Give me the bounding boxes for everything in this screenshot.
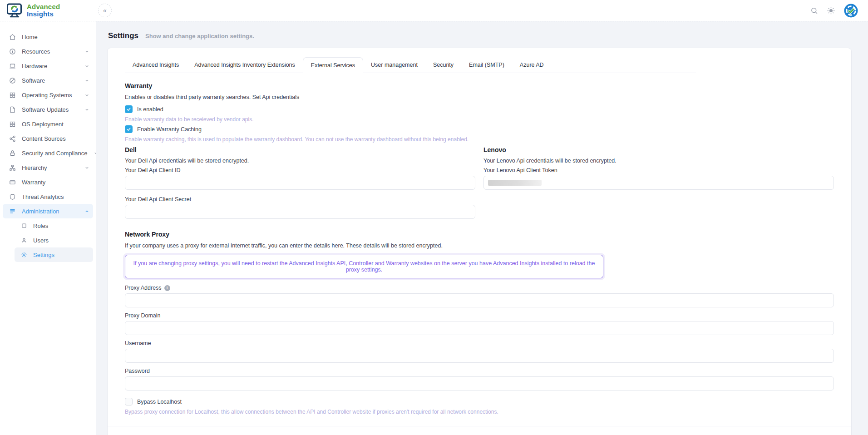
footer-divider	[108, 426, 851, 426]
dell-client-secret-input[interactable]	[125, 205, 475, 219]
page-title: Settings	[108, 31, 138, 40]
theme-sun-icon[interactable]	[827, 7, 835, 15]
sidebar-item-threat-analytics[interactable]: Threat Analytics	[3, 189, 93, 204]
dell-section: Dell Your Dell Api credentials will be s…	[125, 146, 475, 219]
monitor-logo-icon	[6, 3, 23, 18]
info-icon[interactable]: i	[164, 285, 170, 291]
justify-lines-icon	[9, 208, 16, 215]
sidebar-item-resources[interactable]: Resources	[3, 44, 93, 59]
network-proxy-description: If your company uses a proxy for externa…	[125, 242, 834, 249]
search-icon[interactable]	[810, 7, 818, 15]
chevron-down-icon	[84, 78, 89, 83]
sidebar: Home Resources Hardware Software Operati…	[0, 21, 96, 435]
app-header: Advanced Insights «	[0, 0, 868, 21]
settings-card: Advanced Insights Advanced Insights Inve…	[107, 48, 852, 435]
user-avatar[interactable]	[844, 4, 858, 18]
proxy-restart-alert: If you are changing proxy settings, you …	[125, 255, 603, 278]
sidebar-item-administration[interactable]: Administration	[3, 204, 93, 218]
warranty-caching-checkbox[interactable]	[125, 125, 133, 133]
sidebar-item-home[interactable]: Home	[3, 30, 93, 44]
settings-tabs: Advanced Insights Advanced Insights Inve…	[125, 57, 696, 73]
chevron-down-icon	[84, 93, 89, 98]
is-enabled-label: Is enabled	[137, 106, 163, 113]
sidebar-item-operating-systems[interactable]: Operating Systems	[3, 88, 93, 102]
sidebar-item-label: Settings	[33, 252, 54, 258]
app-logo[interactable]: Advanced Insights	[0, 3, 96, 18]
lenovo-token-label: Your Lenovo Api Client Token	[483, 167, 834, 173]
box-icon	[21, 222, 27, 229]
sidebar-item-label: Content Sources	[22, 135, 66, 142]
sidebar-item-hardware[interactable]: Hardware	[3, 59, 93, 73]
sidebar-item-label: Security and Compliance	[22, 150, 88, 157]
bypass-localhost-help: Bypass proxy connection for Localhost, t…	[125, 409, 834, 415]
bypass-localhost-checkbox[interactable]	[125, 398, 133, 405]
network-proxy-title: Network Proxy	[125, 231, 834, 238]
sidebar-item-label: Software	[22, 77, 45, 84]
sidebar-item-roles[interactable]: Roles	[15, 218, 93, 233]
chevron-down-icon	[84, 64, 89, 69]
is-enabled-checkbox-row[interactable]: Is enabled	[125, 105, 834, 113]
lenovo-description: Your Lenovo Api credentials will be stor…	[483, 158, 834, 164]
sidebar-item-label: Hierarchy	[22, 164, 47, 171]
dell-section-title: Dell	[125, 146, 475, 153]
warranty-section-title: Warranty	[125, 82, 834, 89]
redacted-token-value	[488, 180, 542, 186]
sidebar-item-software-updates[interactable]: Software Updates	[3, 102, 93, 117]
main-content: Settings Show and change application set…	[96, 21, 868, 435]
sidebar-item-label: Administration	[22, 208, 59, 215]
gear-icon	[21, 252, 27, 258]
sidebar-item-label: Warranty	[22, 179, 45, 186]
sidebar-item-warranty[interactable]: Warranty	[3, 175, 93, 189]
dell-description: Your Dell Api credentials will be stored…	[125, 158, 475, 164]
sidebar-item-content-sources[interactable]: Content Sources	[3, 131, 93, 146]
network-proxy-section: Network Proxy If your company uses a pro…	[125, 231, 834, 415]
proxy-username-input[interactable]	[125, 349, 834, 363]
chevron-down-icon	[84, 49, 89, 54]
sidebar-item-label: Roles	[33, 222, 48, 229]
dell-client-id-label: Your Dell Api Client ID	[125, 167, 475, 173]
laptop-icon	[9, 63, 16, 69]
sidebar-item-hierarchy[interactable]: Hierarchy	[3, 160, 93, 175]
sidebar-collapse-button[interactable]: «	[98, 4, 112, 17]
tab-azure-ad[interactable]: Azure AD	[512, 57, 552, 73]
tab-security[interactable]: Security	[425, 57, 461, 73]
hierarchy-icon	[9, 164, 16, 171]
page-header: Settings Show and change application set…	[108, 31, 852, 40]
tab-advanced-insights[interactable]: Advanced Insights	[125, 57, 187, 73]
sidebar-item-label: Hardware	[22, 63, 47, 69]
tab-advanced-insights-inventory-extensions[interactable]: Advanced Insights Inventory Extensions	[187, 57, 303, 73]
warranty-caching-help: Enable warranty caching, this is used to…	[125, 136, 834, 143]
chevron-down-icon	[84, 165, 89, 170]
proxy-password-input[interactable]	[125, 376, 834, 391]
is-enabled-help: Enable warranty data to be receieved by …	[125, 116, 834, 123]
bypass-localhost-checkbox-row[interactable]: Bypass Localhost	[125, 398, 834, 405]
sidebar-item-security-and-compliance[interactable]: Security and Compliance	[3, 146, 93, 160]
warranty-caching-label: Enable Warranty Caching	[137, 126, 202, 133]
sidebar-item-label: Operating Systems	[22, 92, 72, 99]
shield-icon	[9, 193, 16, 200]
warranty-card-icon	[9, 179, 16, 186]
file-icon	[9, 106, 16, 113]
sidebar-item-label: Users	[33, 237, 49, 244]
proxy-username-label: Username	[125, 340, 834, 346]
dell-client-id-input[interactable]	[125, 176, 475, 190]
sidebar-item-software[interactable]: Software	[3, 73, 93, 88]
proxy-domain-label: Proxy Domain	[125, 312, 834, 319]
proxy-address-input[interactable]	[125, 293, 834, 307]
sidebar-item-label: Threat Analytics	[22, 193, 64, 200]
chevron-down-icon	[84, 107, 89, 112]
tab-external-services[interactable]: External Services	[303, 57, 363, 73]
administration-submenu: Roles Users Settings	[0, 218, 96, 262]
tab-user-management[interactable]: User management	[363, 57, 425, 73]
proxy-domain-input[interactable]	[125, 321, 834, 335]
sidebar-item-label: OS Deployment	[22, 121, 64, 128]
slash-circle-icon	[9, 77, 16, 84]
is-enabled-checkbox[interactable]	[125, 105, 133, 113]
tab-email-smtp[interactable]: Email (SMTP)	[461, 57, 512, 73]
sidebar-item-os-deployment[interactable]: OS Deployment	[3, 117, 93, 131]
sidebar-item-users[interactable]: Users	[15, 233, 93, 247]
warranty-caching-checkbox-row[interactable]: Enable Warranty Caching	[125, 125, 834, 133]
lenovo-section-title: Lenovo	[483, 146, 834, 153]
lenovo-section: Lenovo Your Lenovo Api credentials will …	[483, 146, 834, 219]
sidebar-item-settings[interactable]: Settings	[15, 247, 93, 262]
